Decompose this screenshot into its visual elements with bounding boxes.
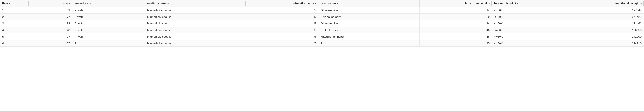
sort-icon-age[interactable]: ▾ bbox=[69, 2, 70, 5]
cell-workclass: Private bbox=[72, 20, 145, 27]
sort-icon-functional_weight[interactable]: ▾ bbox=[640, 2, 642, 5]
resize-handle-row[interactable] bbox=[28, 0, 29, 7]
cell-age: 77 bbox=[29, 14, 72, 20]
sort-icon-occupation[interactable]: ▾ bbox=[337, 2, 338, 5]
column-label-workclass: workclass bbox=[75, 2, 88, 5]
column-header-row[interactable]: Row ▾ bbox=[0, 0, 29, 7]
column-label-hours_per_week: hours_per_week bbox=[465, 2, 488, 5]
cell-income_bracket: <=50K bbox=[492, 27, 564, 33]
cell-occupation: Priv-house-serv bbox=[318, 14, 420, 20]
column-label-row: Row bbox=[2, 2, 8, 5]
cell-age: 39 bbox=[29, 7, 72, 14]
cell-occupation: Other-service bbox=[318, 20, 420, 27]
cell-hours_per_week: 34 bbox=[420, 7, 492, 14]
resize-handle-age[interactable] bbox=[71, 0, 72, 7]
cell-age: 38 bbox=[29, 20, 72, 27]
column-header-workclass[interactable]: workclass ▾ bbox=[72, 0, 145, 7]
column-label-occupation: occupation bbox=[321, 2, 336, 5]
cell-age: 28 bbox=[29, 27, 72, 33]
resize-handle-marital_status[interactable] bbox=[245, 0, 246, 7]
cell-functional_weight: 344425 bbox=[564, 14, 644, 20]
resize-handle-occupation[interactable] bbox=[418, 0, 420, 7]
cell-income_bracket: <=50K bbox=[492, 33, 564, 40]
cell-education_num: 5 bbox=[246, 7, 318, 14]
table-row[interactable]: 338PrivateMarried-civ-spouse5Other-servi… bbox=[0, 20, 644, 27]
column-header-occupation[interactable]: occupation ▾ bbox=[318, 0, 420, 7]
column-header-age[interactable]: age ▾ bbox=[29, 0, 72, 7]
sort-icon-marital_status[interactable]: ▾ bbox=[168, 2, 168, 5]
cell-functional_weight: 171090 bbox=[564, 33, 644, 40]
cell-marital_status: Married-civ-spouse bbox=[145, 7, 246, 14]
cell-functional_weight: 374716 bbox=[564, 40, 644, 47]
cell-income_bracket: <=50K bbox=[492, 7, 564, 14]
cell-income_bracket: <=50K bbox=[492, 14, 564, 20]
sort-icon-hours_per_week[interactable]: ▾ bbox=[488, 2, 490, 5]
column-header-hours_per_week[interactable]: hours_per_week ▾ bbox=[420, 0, 492, 7]
table-row[interactable]: 139PrivateMarried-civ-spouse5Other-servi… bbox=[0, 7, 644, 14]
cell-marital_status: Married-civ-spouse bbox=[145, 20, 246, 27]
table-row[interactable]: 428PrivateMarried-civ-spouse5Protective-… bbox=[0, 27, 644, 33]
cell-education_num: 5 bbox=[246, 27, 318, 33]
cell-functional_weight: 131461 bbox=[564, 20, 644, 27]
resize-handle-workclass[interactable] bbox=[144, 0, 145, 7]
cell-row: 5 bbox=[0, 33, 29, 40]
cell-row: 3 bbox=[0, 20, 29, 27]
cell-workclass: Private bbox=[72, 7, 145, 14]
cell-workclass: Private bbox=[72, 27, 145, 33]
cell-hours_per_week: 48 bbox=[420, 33, 492, 40]
column-label-marital_status: marital_status bbox=[147, 2, 166, 5]
cell-workclass: Private bbox=[72, 14, 145, 20]
column-header-functional_weight[interactable]: functional_weight ▾ bbox=[564, 0, 644, 7]
cell-hours_per_week: 24 bbox=[420, 20, 492, 27]
cell-row: 2 bbox=[0, 14, 29, 20]
cell-marital_status: Married-civ-spouse bbox=[145, 27, 246, 33]
cell-occupation: Machine-op-inspct bbox=[318, 33, 420, 40]
cell-workclass: ? bbox=[72, 40, 145, 47]
table-row[interactable]: 537PrivateMarried-civ-spouse5Machine-op-… bbox=[0, 33, 644, 40]
cell-functional_weight: 190350 bbox=[564, 27, 644, 33]
cell-marital_status: Married-civ-spouse bbox=[145, 33, 246, 40]
cell-income_bracket: <=50K bbox=[492, 40, 564, 47]
resize-handle-functional_weight[interactable] bbox=[643, 0, 644, 7]
column-label-functional_weight: functional_weight bbox=[615, 2, 640, 5]
column-header-income_bracket[interactable]: income_bracket ▾ bbox=[492, 0, 564, 7]
resize-handle-hours_per_week[interactable] bbox=[491, 0, 492, 7]
cell-hours_per_week: 35 bbox=[420, 40, 492, 47]
column-header-education_num[interactable]: education_num ▾ bbox=[246, 0, 318, 7]
cell-workclass: Private bbox=[72, 33, 145, 40]
column-label-education_num: education_num bbox=[293, 2, 314, 5]
cell-education_num: 5 bbox=[246, 33, 318, 40]
column-header-marital_status[interactable]: marital_status ▾ bbox=[145, 0, 246, 7]
sort-icon-education_num[interactable]: ▾ bbox=[315, 2, 316, 5]
column-label-age: age bbox=[63, 2, 68, 5]
cell-education_num: 5 bbox=[246, 40, 318, 47]
table-row[interactable]: 635?Married-civ-spouse5?35<=50K374716 bbox=[0, 40, 644, 47]
data-table: Row ▾age ▾workclass ▾marital_status ▾edu… bbox=[0, 0, 644, 47]
cell-age: 37 bbox=[29, 33, 72, 40]
cell-marital_status: Married-civ-spouse bbox=[145, 14, 246, 20]
cell-education_num: 5 bbox=[246, 14, 318, 20]
cell-marital_status: Married-civ-spouse bbox=[145, 40, 246, 47]
cell-education_num: 5 bbox=[246, 20, 318, 27]
resize-handle-education_num[interactable] bbox=[317, 0, 318, 7]
sort-icon-income_bracket[interactable]: ▾ bbox=[517, 2, 518, 5]
cell-hours_per_week: 40 bbox=[420, 27, 492, 33]
table-row[interactable]: 277PrivateMarried-civ-spouse5Priv-house-… bbox=[0, 14, 644, 20]
cell-functional_weight: 297847 bbox=[564, 7, 644, 14]
cell-hours_per_week: 10 bbox=[420, 14, 492, 20]
cell-occupation: Protective-serv bbox=[318, 27, 420, 33]
sort-icon-row[interactable]: ▾ bbox=[9, 2, 10, 5]
cell-row: 1 bbox=[0, 7, 29, 14]
cell-row: 6 bbox=[0, 40, 29, 47]
column-label-income_bracket: income_bracket bbox=[494, 2, 516, 5]
cell-income_bracket: <=50K bbox=[492, 20, 564, 27]
resize-handle-income_bracket[interactable] bbox=[564, 0, 564, 7]
cell-occupation: ? bbox=[318, 40, 420, 47]
cell-age: 35 bbox=[29, 40, 72, 47]
sort-icon-workclass[interactable]: ▾ bbox=[90, 2, 90, 5]
cell-occupation: Other-service bbox=[318, 7, 420, 14]
cell-row: 4 bbox=[0, 27, 29, 33]
